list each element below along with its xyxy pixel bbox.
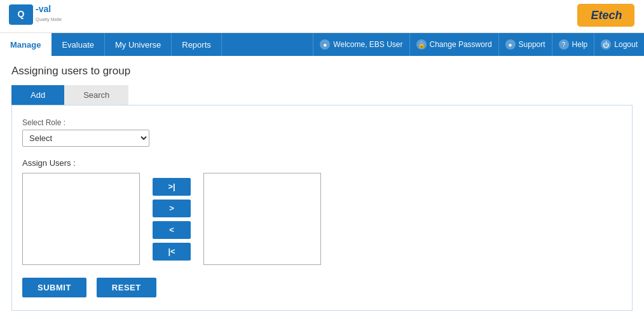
- assign-users-label: Assign Users :: [22, 158, 622, 168]
- lock-icon: 🔒: [416, 39, 427, 50]
- move-left-button[interactable]: <: [153, 221, 191, 239]
- action-buttons: SUBMIT RESET: [22, 278, 622, 297]
- tab-content-add: Select Role : Select Assign Users : >| >…: [11, 105, 633, 311]
- header: Q -val Quality Matters Etech: [0, 0, 644, 33]
- svg-text:Quality Matters: Quality Matters: [36, 17, 62, 22]
- svg-text:-val: -val: [36, 4, 51, 14]
- nav-item-evaluate[interactable]: Evaluate: [51, 33, 105, 56]
- left-list-box[interactable]: [22, 173, 140, 265]
- nav-logout[interactable]: ⏻ Logout: [594, 33, 644, 56]
- nav-change-password[interactable]: 🔒 Change Password: [409, 33, 498, 56]
- right-list-box[interactable]: [203, 173, 321, 265]
- transfer-buttons: >| > < |<: [153, 178, 191, 261]
- nav-left: Manage Evaluate My Universe Reports: [0, 33, 222, 56]
- support-icon: ●: [505, 39, 516, 50]
- assign-users-group: Assign Users : >| > < |<: [22, 158, 622, 265]
- book-icon: ?: [559, 39, 569, 50]
- move-right-button[interactable]: >: [153, 200, 191, 217]
- select-role-dropdown[interactable]: Select: [22, 130, 149, 147]
- qeval-logo: Q -val Quality Matters: [8, 3, 62, 30]
- etech-logo-svg: Etech: [576, 3, 636, 28]
- tab-add[interactable]: Add: [11, 85, 64, 105]
- nav-welcome: ● Welcome, EBS User: [313, 33, 409, 56]
- nav-item-manage[interactable]: Manage: [0, 33, 51, 56]
- svg-text:Q: Q: [18, 9, 25, 19]
- submit-button[interactable]: SUBMIT: [22, 278, 86, 297]
- nav-support[interactable]: ● Support: [498, 33, 552, 56]
- move-all-left-button[interactable]: |<: [153, 243, 191, 261]
- logo-area: Q -val Quality Matters: [8, 3, 62, 30]
- tab-search[interactable]: Search: [64, 85, 128, 105]
- etech-logo: Etech: [576, 3, 636, 30]
- power-icon: ⏻: [601, 39, 611, 50]
- assign-area: >| > < |<: [22, 173, 622, 265]
- svg-text:Etech: Etech: [591, 9, 622, 22]
- navbar: Manage Evaluate My Universe Reports ● We…: [0, 33, 644, 56]
- page-content: Assigning users to group Add Search Sele…: [0, 56, 644, 319]
- person-icon: ●: [320, 39, 330, 50]
- select-role-label: Select Role :: [22, 118, 622, 127]
- tabs: Add Search: [11, 85, 633, 105]
- nav-help[interactable]: ? Help: [552, 33, 594, 56]
- select-role-group: Select Role : Select: [22, 118, 622, 147]
- nav-item-my-universe[interactable]: My Universe: [105, 33, 172, 56]
- page-title: Assigning users to group: [11, 65, 633, 78]
- nav-right: ● Welcome, EBS User 🔒 Change Password ● …: [313, 33, 644, 56]
- reset-button[interactable]: RESET: [97, 278, 156, 297]
- nav-item-reports[interactable]: Reports: [172, 33, 222, 56]
- move-all-right-button[interactable]: >|: [153, 178, 191, 196]
